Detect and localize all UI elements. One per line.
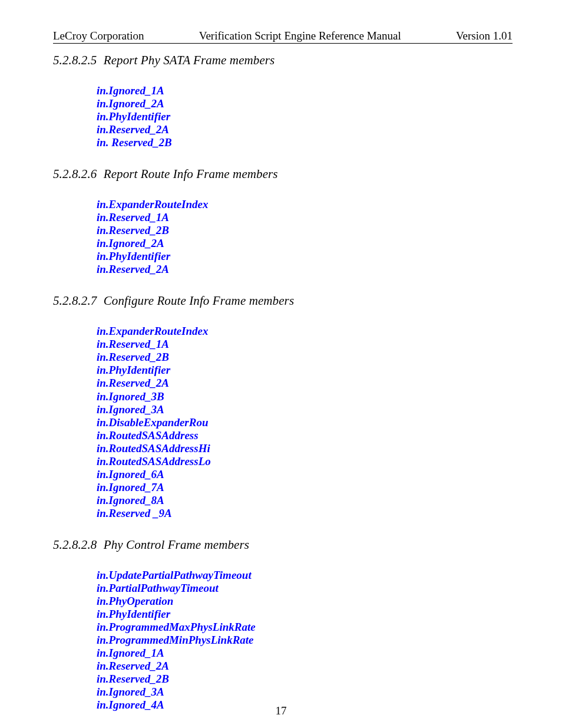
member-item: in.Ignored_3A	[97, 686, 513, 699]
member-item: in.Ignored_3A	[97, 403, 513, 416]
member-item: in.Ignored_1A	[97, 647, 513, 660]
member-item: in.Reserved_2B	[97, 673, 513, 686]
section-number: 5.2.8.2.8	[53, 538, 97, 552]
member-item: in.Reserved_2B	[97, 224, 513, 237]
member-item: in.Reserved _9A	[97, 507, 513, 520]
member-item: in.DisableExpanderRou	[97, 416, 513, 429]
section-heading: 5.2.8.2.8 Phy Control Frame members	[53, 538, 513, 552]
member-item: in.ExpanderRouteIndex	[97, 198, 513, 211]
members-block: in.ExpanderRouteIndex in.Reserved_1A in.…	[97, 325, 513, 519]
section-heading: 5.2.8.2.5 Report Phy SATA Frame members	[53, 53, 513, 68]
members-block: in.ExpanderRouteIndex in.Reserved_1A in.…	[97, 198, 513, 276]
member-item: in.PhyOperation	[97, 595, 513, 608]
header-left: LeCroy Corporation	[53, 29, 144, 42]
member-item: in.Ignored_3B	[97, 390, 513, 403]
section-heading: 5.2.8.2.7 Configure Route Info Frame mem…	[53, 294, 513, 308]
member-item: in.RoutedSASAddress	[97, 429, 513, 442]
member-item: in.Reserved_2B	[97, 351, 513, 364]
members-block: in.Ignored_1A in.Ignored_2A in.PhyIdenti…	[97, 84, 513, 149]
member-item: in.Ignored_7A	[97, 481, 513, 494]
member-item: in.Reserved_2A	[97, 660, 513, 673]
member-item: in.Reserved_2A	[97, 123, 513, 136]
member-item: in.Ignored_6A	[97, 468, 513, 481]
section-number: 5.2.8.2.6	[53, 167, 97, 181]
member-item: in.ExpanderRouteIndex	[97, 325, 513, 338]
member-item: in.PhyIdentifier	[97, 364, 513, 377]
header-right: Version 1.01	[456, 29, 513, 42]
member-item: in.Ignored_8A	[97, 494, 513, 507]
member-item: in.UpdatePartialPathwayTimeout	[97, 569, 513, 582]
member-item: in.Reserved_1A	[97, 211, 513, 224]
section-title: Report Phy SATA Frame members	[104, 53, 275, 67]
member-item: in. Reserved_2B	[97, 136, 513, 149]
header-center: Verification Script Engine Reference Man…	[199, 29, 401, 42]
member-item: in.Ignored_2A	[97, 97, 513, 110]
page-number: 17	[0, 704, 562, 717]
section-number: 5.2.8.2.7	[53, 294, 97, 308]
section-title: Phy Control Frame members	[104, 538, 249, 552]
page-header: LeCroy Corporation Verification Script E…	[53, 29, 513, 44]
section-title: Configure Route Info Frame members	[104, 294, 294, 308]
member-item: in.PhyIdentifier	[97, 110, 513, 123]
member-item: in.PhyIdentifier	[97, 608, 513, 621]
page-content: 5.2.8.2.5 Report Phy SATA Frame members …	[53, 53, 513, 728]
section-title: Report Route Info Frame members	[104, 167, 278, 181]
member-item: in.RoutedSASAddressLo	[97, 455, 513, 468]
member-item: in.Ignored_2A	[97, 237, 513, 250]
member-item: in.Reserved_2A	[97, 263, 513, 276]
member-item: in.PhyIdentifier	[97, 250, 513, 263]
member-item: in.ProgrammedMaxPhysLinkRate	[97, 621, 513, 634]
section-number: 5.2.8.2.5	[53, 53, 97, 67]
member-item: in.Reserved_2A	[97, 377, 513, 390]
member-item: in.Reserved_1A	[97, 338, 513, 351]
member-item: in.ProgrammedMinPhysLinkRate	[97, 634, 513, 647]
members-block: in.UpdatePartialPathwayTimeout in.Partia…	[97, 569, 513, 711]
member-item: in.Ignored_1A	[97, 84, 513, 97]
member-item: in.PartialPathwayTimeout	[97, 582, 513, 595]
section-heading: 5.2.8.2.6 Report Route Info Frame member…	[53, 167, 513, 182]
page: LeCroy Corporation Verification Script E…	[0, 0, 562, 728]
member-item: in.RoutedSASAddressHi	[97, 442, 513, 455]
